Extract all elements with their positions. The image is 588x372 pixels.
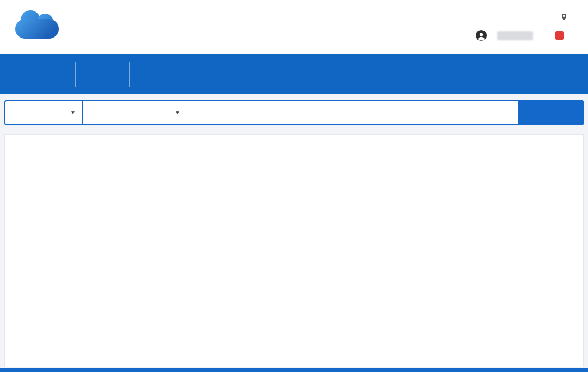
brand — [14, 7, 73, 47]
chevron-down-icon: ▼ — [70, 109, 76, 115]
location-pin-icon — [561, 13, 567, 21]
filter-label — [17, 147, 57, 151]
source-filter-row — [17, 147, 577, 151]
location-row — [561, 13, 574, 21]
username-blurred — [497, 31, 533, 40]
notice-link[interactable] — [553, 31, 564, 40]
category-dropdown[interactable]: ▼ — [5, 101, 83, 124]
chevron-down-icon: ▼ — [175, 109, 180, 115]
region-dropdown[interactable]: ▼ — [83, 101, 187, 124]
site-logo — [14, 7, 64, 47]
source-tiles — [68, 147, 577, 151]
avatar-icon — [475, 29, 487, 41]
user-row — [475, 29, 574, 41]
main-nav — [0, 54, 588, 94]
page: ▼ ▼ — [0, 0, 588, 372]
notice-count-badge — [555, 31, 564, 40]
footer-strip — [0, 368, 588, 372]
header-right — [475, 13, 574, 41]
search-bar: ▼ ▼ — [4, 100, 584, 125]
nav-divider — [129, 62, 130, 87]
filter-panel — [4, 134, 584, 367]
header — [0, 0, 588, 54]
nav-divider — [75, 62, 76, 87]
search-input[interactable] — [187, 101, 518, 124]
logo-number — [15, 19, 59, 39]
search-button[interactable] — [518, 100, 584, 125]
